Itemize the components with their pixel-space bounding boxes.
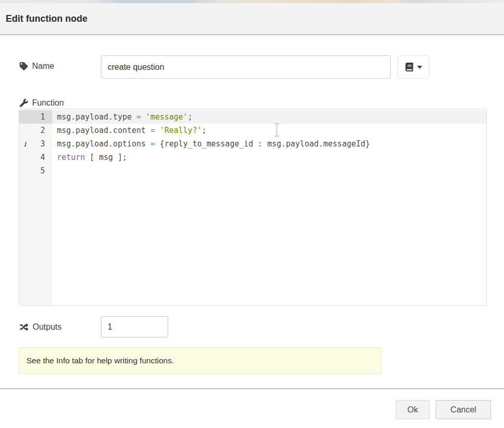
- ok-button[interactable]: Ok: [396, 400, 429, 419]
- tip-box: See the Info tab for help writing functi…: [19, 347, 381, 374]
- dialog-title: Edit function node: [6, 13, 87, 24]
- tip-text: See the Info tab for help writing functi…: [26, 356, 174, 365]
- code-line-2[interactable]: 2msg.payload.content = 'Really?';: [19, 124, 486, 137]
- wrench-icon: [20, 99, 28, 107]
- outputs-input[interactable]: [101, 317, 168, 337]
- code-line-3[interactable]: i3msg.payload.options = {reply_to_messag…: [19, 137, 486, 151]
- footer-separator: [0, 388, 504, 389]
- line-number: 1: [19, 110, 52, 124]
- caret-down-icon: [417, 66, 422, 69]
- cancel-button[interactable]: Cancel: [436, 400, 491, 419]
- name-label: Name: [20, 62, 54, 71]
- info-annotation-icon: i: [24, 137, 26, 151]
- edit-function-node-dialog: Edit function node Name Function 1msg.pa…: [0, 0, 504, 428]
- code-line-5[interactable]: 5: [19, 164, 486, 178]
- dialog-header: Edit function node: [0, 3, 504, 35]
- code-text: [52, 164, 486, 178]
- code-text: return [ msg ];: [52, 151, 486, 164]
- shuffle-icon: [20, 323, 28, 331]
- code-text: msg.payload.type = 'message';: [52, 110, 486, 124]
- book-icon: [405, 63, 413, 71]
- library-button[interactable]: [397, 55, 429, 79]
- function-label: Function: [20, 98, 64, 108]
- name-label-text: Name: [32, 62, 54, 71]
- tag-icon: [20, 62, 28, 70]
- line-number: 2: [19, 124, 52, 137]
- outputs-spinner: [101, 316, 168, 337]
- line-number: 4: [19, 151, 52, 164]
- outputs-label-text: Outputs: [33, 322, 62, 332]
- code-lines: 1msg.payload.type = 'message';2msg.paylo…: [19, 110, 486, 178]
- code-text: msg.payload.content = 'Really?';: [52, 124, 486, 137]
- outputs-label: Outputs: [20, 322, 62, 332]
- line-number: i3: [19, 137, 52, 151]
- code-text: msg.payload.options = {reply_to_message_…: [52, 137, 486, 151]
- name-input[interactable]: [101, 55, 391, 79]
- function-code-editor[interactable]: 1msg.payload.type = 'message';2msg.paylo…: [19, 109, 487, 306]
- code-line-1[interactable]: 1msg.payload.type = 'message';: [19, 110, 486, 124]
- line-number: 5: [19, 164, 52, 178]
- code-line-4[interactable]: 4return [ msg ];: [19, 151, 486, 164]
- function-label-text: Function: [32, 98, 64, 108]
